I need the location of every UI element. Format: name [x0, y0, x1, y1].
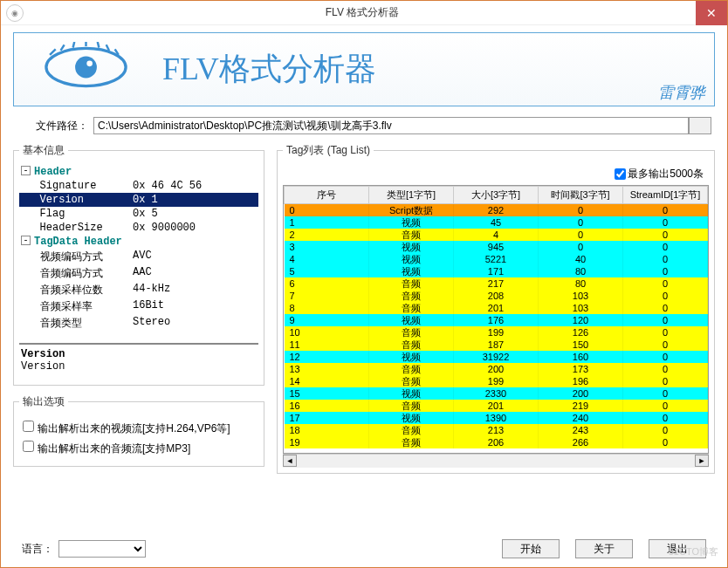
header-node[interactable]: Header [34, 166, 72, 178]
collapse-icon[interactable]: - [21, 236, 31, 245]
titlebar: ◉ FLV 格式分析器 ✕ [1, 1, 727, 25]
table-row[interactable]: 5视频171800 [285, 265, 708, 277]
table-row[interactable]: 6音频217800 [285, 277, 708, 290]
table-row[interactable]: 2音频400 [285, 229, 708, 241]
close-button[interactable]: ✕ [696, 1, 727, 25]
file-path-input[interactable] [93, 117, 689, 134]
svg-point-2 [86, 61, 93, 67]
desc-title: Version [21, 348, 257, 360]
language-label: 语言： [22, 542, 53, 557]
eye-logo-icon [40, 42, 132, 95]
table-row[interactable]: 0Script数据29200 [285, 204, 708, 217]
scroll-left-icon[interactable]: ◄ [283, 455, 297, 467]
tag-table-container[interactable]: 序号类型[1字节]大小[3字节]时间戳[3字节]StreamID[1字节] 0S… [283, 185, 709, 454]
scroll-right-icon[interactable]: ► [695, 455, 709, 467]
tagdata-node[interactable]: TagData Header [34, 236, 122, 248]
collapse-icon[interactable]: - [21, 166, 31, 175]
banner-title: FLV格式分析器 [162, 48, 376, 91]
table-row[interactable]: 1视频4500 [285, 216, 708, 229]
table-row[interactable]: 13音频2001730 [285, 363, 708, 375]
table-row[interactable]: 16音频2012190 [285, 400, 708, 412]
file-path-label: 文件路径： [36, 119, 88, 133]
table-row[interactable]: 8音频2011030 [285, 302, 708, 314]
desc-body: Version [21, 360, 257, 373]
output-audio-option[interactable]: 输出解析出来的音频流[支持MP3] [23, 441, 255, 456]
start-button[interactable]: 开始 [502, 539, 560, 558]
tree-item[interactable]: Signature0x 46 4C 56 [19, 179, 258, 193]
table-row[interactable]: 3视频94500 [285, 241, 708, 253]
tree-item[interactable]: 视频编码方式AVC [19, 249, 258, 265]
file-path-row: 文件路径： [36, 117, 711, 134]
banner: FLV格式分析器 雷霄骅 [13, 32, 715, 106]
tag-list-group: Tag列表 (Tag List) 最多输出5000条 序号类型[1字节]大小[3… [277, 143, 715, 474]
tree-item[interactable]: 音频采样位数44-kHz [19, 282, 258, 298]
output-audio-checkbox[interactable] [23, 441, 34, 452]
output-legend: 输出选项 [19, 394, 68, 409]
output-options-group: 输出选项 输出解析出来的视频流[支持H.264,VP6等] 输出解析出来的音频流… [13, 394, 264, 467]
table-row[interactable]: 4视频5221400 [285, 253, 708, 265]
column-header[interactable]: 时间戳[3字节] [539, 187, 623, 204]
basic-info-legend: 基本信息 [19, 143, 68, 158]
tree-item[interactable]: HeaderSize0x 9000000 [19, 221, 258, 235]
tree-item[interactable]: 音频编码方式AAC [19, 265, 258, 282]
about-button[interactable]: 关于 [575, 539, 633, 558]
table-row[interactable]: 14音频1991960 [285, 375, 708, 387]
footer: 语言： 开始 关于 退出 [13, 539, 715, 558]
header-tree[interactable]: -Header Signature0x 46 4C 56 Version0x 1… [19, 165, 258, 339]
table-row[interactable]: 18音频2132430 [285, 424, 708, 436]
tree-item[interactable]: 音频类型Stereo [19, 315, 258, 332]
max-output-checkbox[interactable] [615, 168, 626, 180]
app-icon: ◉ [6, 4, 24, 22]
tag-table: 序号类型[1字节]大小[3字节]时间戳[3字节]StreamID[1字节] 0S… [284, 186, 708, 448]
table-row[interactable]: 12视频319221600 [285, 351, 708, 363]
table-row[interactable]: 7音频2081030 [285, 290, 708, 302]
exit-button[interactable]: 退出 [649, 539, 706, 558]
app-window: ◉ FLV 格式分析器 ✕ FLV格式分析器 雷霄骅 文件路径： 基本信息 -H… [0, 0, 728, 568]
svg-point-1 [75, 57, 97, 79]
description-box: Version Version [19, 343, 258, 380]
column-header[interactable]: 大小[3字节] [454, 187, 539, 204]
table-row[interactable]: 17视频13902400 [285, 412, 708, 424]
column-header[interactable]: StreamID[1字节] [623, 187, 708, 204]
column-header[interactable]: 类型[1字节] [369, 187, 454, 204]
table-row[interactable]: 19音频2062660 [285, 436, 708, 448]
table-row[interactable]: 11音频1871500 [285, 339, 708, 351]
language-select[interactable] [58, 540, 146, 558]
tag-list-legend: Tag列表 (Tag List) [283, 143, 374, 158]
output-video-checkbox[interactable] [23, 421, 34, 432]
banner-author: 雷霄骅 [658, 82, 705, 103]
tree-item[interactable]: Version0x 1 [19, 193, 258, 207]
tree-item[interactable]: Flag0x 5 [19, 207, 258, 221]
table-row[interactable]: 10音频1991260 [285, 326, 708, 339]
horizontal-scrollbar[interactable]: ◄ ► [283, 454, 709, 468]
output-video-option[interactable]: 输出解析出来的视频流[支持H.264,VP6等] [23, 421, 255, 436]
window-title: FLV 格式分析器 [29, 5, 696, 20]
max-output-option[interactable]: 最多输出5000条 [615, 168, 704, 180]
basic-info-group: 基本信息 -Header Signature0x 46 4C 56 Versio… [13, 143, 264, 386]
table-row[interactable]: 15视频23302000 [285, 387, 708, 400]
table-row[interactable]: 9视频1761200 [285, 314, 708, 326]
browse-button[interactable] [689, 117, 711, 134]
column-header[interactable]: 序号 [285, 187, 369, 204]
tree-item[interactable]: 音频采样率16Bit [19, 298, 258, 315]
